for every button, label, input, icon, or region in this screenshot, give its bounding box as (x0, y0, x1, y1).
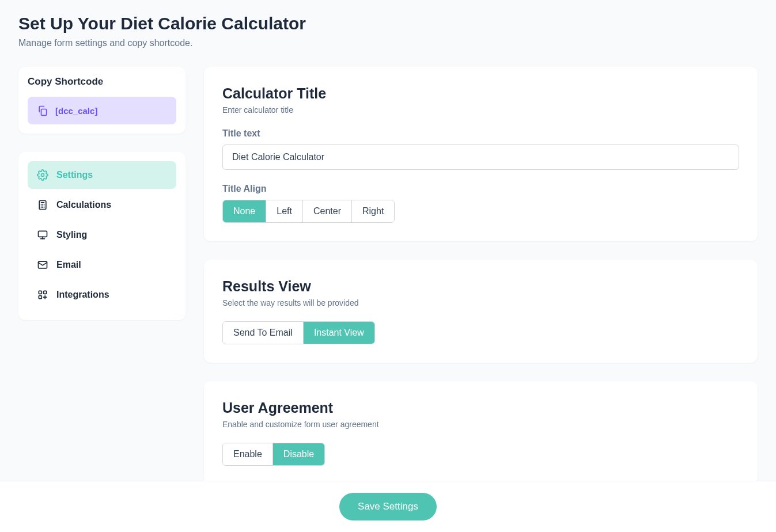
title-align-group: None Left Center Right (222, 200, 395, 223)
footer-bar: Save Settings (0, 481, 776, 532)
nav-card: Settings (18, 152, 186, 320)
nav-item-label: Settings (56, 170, 93, 180)
align-option-right[interactable]: Right (352, 200, 394, 222)
section-heading: Calculator Title (222, 85, 739, 102)
title-text-label: Title text (222, 128, 739, 139)
shortcode-heading: Copy Shortcode (28, 76, 176, 88)
nav-item-styling[interactable]: Styling (28, 221, 176, 249)
user-agreement-group: Enable Disable (222, 443, 325, 466)
section-subtitle: Select the way results will be provided (222, 298, 739, 307)
shortcode-copy-button[interactable]: [dcc_calc] (28, 97, 176, 124)
align-option-center[interactable]: Center (303, 200, 352, 222)
title-text-input[interactable] (222, 145, 739, 170)
results-view-group: Send To Email Instant View (222, 321, 375, 344)
section-heading: Results View (222, 278, 739, 295)
shortcode-text: [dcc_calc] (55, 106, 97, 116)
results-option-send-email[interactable]: Send To Email (223, 322, 304, 344)
svg-point-1 (41, 174, 44, 177)
monitor-icon (37, 229, 48, 241)
svg-rect-13 (39, 231, 47, 237)
section-subtitle: Enable and customize form user agreement (222, 420, 739, 429)
agreement-option-disable[interactable]: Disable (273, 443, 324, 465)
align-option-none[interactable]: None (223, 200, 266, 222)
section-subtitle: Enter calculator title (222, 105, 739, 115)
results-option-instant[interactable]: Instant View (304, 322, 374, 344)
svg-rect-0 (41, 109, 47, 116)
section-heading: User Agreement (222, 400, 739, 416)
save-settings-button[interactable]: Save Settings (339, 493, 437, 520)
agreement-option-enable[interactable]: Enable (223, 443, 273, 465)
svg-rect-17 (39, 291, 41, 294)
section-calculator-title: Calculator Title Enter calculator title … (204, 67, 758, 241)
page-title: Set Up Your Diet Calorie Calculator (18, 14, 758, 33)
section-user-agreement: User Agreement Enable and customize form… (204, 381, 758, 484)
title-align-label: Title Align (222, 184, 739, 194)
svg-rect-18 (44, 291, 47, 294)
copy-icon (37, 105, 48, 116)
nav-item-label: Calculations (56, 200, 111, 210)
nav-item-label: Styling (56, 230, 87, 240)
nav-item-label: Email (56, 260, 81, 270)
nav-item-email[interactable]: Email (28, 251, 176, 279)
mail-icon (37, 259, 48, 271)
gear-icon (37, 169, 48, 181)
nav-item-calculations[interactable]: Calculations (28, 191, 176, 219)
page-subtitle: Manage form settings and copy shortcode. (18, 38, 758, 48)
svg-rect-19 (39, 296, 41, 299)
shortcode-card: Copy Shortcode [dcc_calc] (18, 67, 186, 134)
grid-plus-icon (37, 289, 48, 301)
nav-item-label: Integrations (56, 290, 109, 300)
align-option-left[interactable]: Left (266, 200, 303, 222)
section-results-view: Results View Select the way results will… (204, 260, 758, 363)
nav-item-integrations[interactable]: Integrations (28, 281, 176, 309)
nav-item-settings[interactable]: Settings (28, 161, 176, 189)
calculator-icon (37, 199, 48, 211)
